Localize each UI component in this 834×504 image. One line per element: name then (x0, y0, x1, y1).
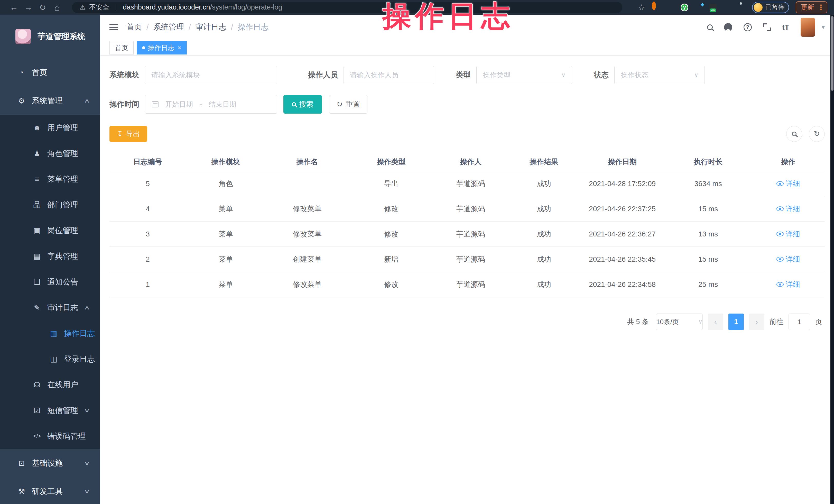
sidebar-item-label: 研发工具 (32, 486, 63, 497)
sidebar-item-login-log[interactable]: ◫登录日志 (0, 346, 100, 372)
sidebar-item-notice-announcement[interactable]: ❏通知公告 (0, 269, 100, 295)
extension-blue-drop-icon[interactable] (666, 4, 674, 11)
module-input[interactable] (145, 66, 277, 84)
avatar-caret-icon[interactable]: ▾ (822, 24, 825, 31)
profile-paused-pill[interactable]: 已暂停 (752, 2, 789, 13)
table-row: 1菜单修改菜单修改芋道源码成功2021-04-26 22:34:5825 ms详… (109, 272, 825, 297)
sidebar-item-infrastructure[interactable]: ⊡基础设施∨ (0, 449, 100, 477)
operator-input[interactable] (344, 66, 434, 84)
sidebar-item-home[interactable]: ◔首页 (0, 58, 100, 87)
sidebar-collapse-icon[interactable] (109, 24, 118, 30)
table-cell: 4 (109, 205, 186, 213)
sidebar-item-label: 登录日志 (64, 354, 95, 365)
browser-update-button[interactable]: 更新 ⋮ (796, 1, 827, 13)
pagination: 共 5 条 10条/页 ∨ ‹ 1 › 前往 页 (109, 313, 825, 330)
table-cell: 1 (109, 280, 186, 289)
page-size-select[interactable]: 10条/页 ∨ (656, 313, 703, 330)
infrastructure-icon: ⊡ (16, 459, 28, 467)
browser-forward-icon[interactable]: → (21, 3, 36, 12)
user-avatar[interactable] (800, 18, 815, 37)
toggle-search-button[interactable] (786, 126, 802, 142)
search-icon[interactable] (707, 24, 713, 30)
detail-link[interactable]: 详细 (776, 229, 800, 239)
detail-link-label: 详细 (786, 255, 800, 264)
extension-stack-icon[interactable] (695, 4, 703, 11)
fullscreen-icon[interactable] (763, 23, 771, 31)
detail-link[interactable]: 详细 (776, 179, 800, 189)
sms-icon: ☑ (31, 406, 43, 415)
sidebar-item-menu-management[interactable]: ≡菜单管理 (0, 166, 100, 192)
date-range-picker[interactable]: 开始日期 - 结束日期 (145, 95, 277, 114)
prev-page-button[interactable]: ‹ (708, 313, 723, 330)
kebab-menu-icon[interactable]: ⋮ (817, 3, 825, 12)
browser-home-icon[interactable]: ⌂ (50, 2, 64, 13)
sidebar-item-sms-management[interactable]: ☑短信管理∨ (0, 398, 100, 423)
column-header: 操作名 (265, 157, 349, 167)
browser-reload-icon[interactable]: ↻ (36, 3, 50, 12)
sidebar-item-error-code-management[interactable]: </>错误码管理 (0, 423, 100, 449)
sidebar-item-system-management[interactable]: ⚙系统管理∧ (0, 87, 100, 115)
table-toolbar: ↧ 导出 ↻ (109, 126, 825, 142)
chevron-down-icon: ∨ (562, 72, 566, 79)
browser-back-icon[interactable]: ← (7, 3, 21, 12)
reset-button[interactable]: ↻ 重置 (329, 95, 367, 114)
sidebar-item-post-management[interactable]: ▣岗位管理 (0, 218, 100, 243)
address-bar[interactable]: ⚠ 不安全 dashboard.yudao.iocoder.cn/system/… (72, 2, 622, 13)
column-header: 执行时长 (664, 157, 752, 167)
tab-label: 操作日志 (148, 43, 174, 52)
export-button[interactable]: ↧ 导出 (109, 126, 147, 142)
user-icon: ☻ (31, 124, 43, 132)
tab-首页[interactable]: 首页 (109, 41, 134, 54)
toggle-search-icon (792, 132, 796, 136)
eye-icon (776, 206, 784, 211)
detail-link[interactable]: 详细 (776, 204, 800, 214)
extensions-puzzle-icon[interactable] (738, 4, 745, 11)
detail-link[interactable]: 详细 (776, 280, 800, 289)
extension-green-y-icon[interactable]: y (681, 4, 688, 11)
close-icon[interactable]: × (178, 44, 181, 52)
calendar-icon (152, 101, 158, 107)
time-label: 操作时间 (109, 99, 139, 109)
refresh-table-button[interactable]: ↻ (809, 126, 825, 142)
page-number-1[interactable]: 1 (728, 313, 744, 330)
breadcrumb-item[interactable]: 系统管理 (153, 22, 184, 32)
sidebar-item-department-management[interactable]: 品部门管理 (0, 192, 100, 218)
filter-row-1: 系统模块 操作人员 类型 操作类型 ∨ 状态 操作 (109, 66, 825, 84)
announcement-icon: ❏ (31, 278, 43, 286)
paused-label: 已暂停 (765, 3, 784, 12)
tab-操作日志[interactable]: 操作日志× (137, 41, 187, 54)
table-cell: 修改菜单 (265, 204, 349, 214)
table-cell: 芋道源码 (434, 229, 508, 239)
sidebar-item-dict-management[interactable]: ▤字典管理 (0, 243, 100, 269)
page-scrollbar[interactable] (830, 15, 834, 504)
table-cell-actions: 详细 (752, 229, 825, 239)
sidebar-item-online-users[interactable]: ☊在线用户 (0, 372, 100, 398)
sidebar-item-label: 岗位管理 (47, 225, 78, 236)
breadcrumb-item[interactable]: 审计日志 (196, 22, 226, 32)
extension-orange-ring-icon[interactable] (652, 4, 660, 11)
detail-link[interactable]: 详细 (776, 255, 800, 264)
type-select[interactable]: 操作类型 ∨ (476, 66, 572, 84)
status-select[interactable]: 操作状态 ∨ (614, 66, 705, 84)
table-cell: 成功 (508, 204, 580, 214)
extension-leaf-icon[interactable] (723, 4, 731, 11)
search-button[interactable]: 搜索 (283, 95, 322, 114)
github-icon[interactable] (724, 23, 732, 31)
sidebar-item-role-management[interactable]: ♟角色管理 (0, 140, 100, 166)
table-cell: 2021-04-26 22:37:25 (580, 205, 665, 213)
end-date-placeholder: 结束日期 (208, 100, 236, 109)
sidebar-item-dev-tools[interactable]: ⚒研发工具∨ (0, 477, 100, 504)
sidebar-item-operate-log[interactable]: ▥操作日志 (0, 321, 100, 346)
filter-operator: 操作人员 (308, 66, 434, 84)
breadcrumb-item[interactable]: 首页 (126, 22, 142, 32)
help-icon[interactable]: ? (744, 23, 752, 31)
next-page-button[interactable]: › (749, 313, 764, 330)
sidebar-item-audit-log[interactable]: ✎审计日志∧ (0, 295, 100, 321)
goto-page-input[interactable] (789, 313, 810, 330)
bookmark-star-icon[interactable]: ☆ (638, 3, 645, 12)
font-size-icon[interactable]: tT (782, 23, 789, 31)
scrollbar-thumb[interactable] (831, 16, 833, 91)
sidebar-logo-row[interactable]: 芋道管理系统 (0, 15, 100, 58)
extension-on-badge-icon[interactable]: on (709, 4, 717, 11)
sidebar-item-user-management[interactable]: ☻用户管理 (0, 115, 100, 140)
